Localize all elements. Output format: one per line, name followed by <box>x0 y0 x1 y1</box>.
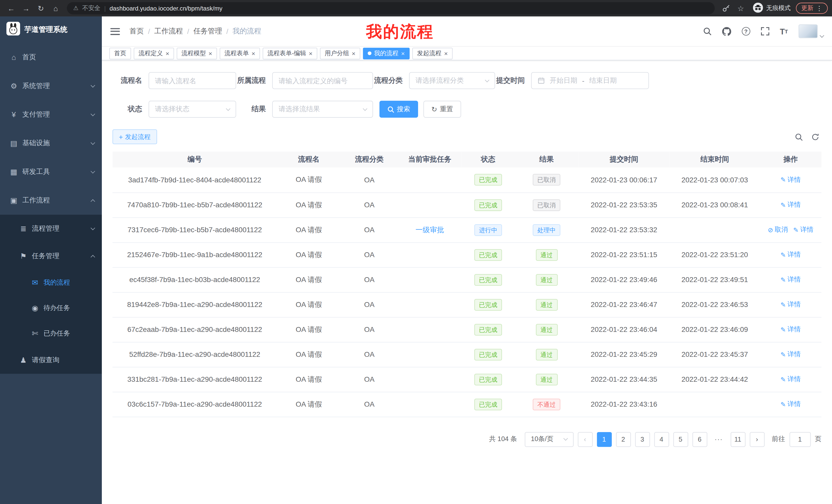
toolbar-icons <box>795 133 822 141</box>
edit-icon: ✎ <box>781 276 786 283</box>
filter-label-submit-time: 提交时间 <box>495 76 531 85</box>
sidebar-item-label: 首页 <box>22 52 36 62</box>
cancel-link[interactable]: ⊘取消 <box>768 225 788 234</box>
sidebar-item[interactable]: ◉待办任务 <box>0 296 102 321</box>
detail-link[interactable]: ✎详情 <box>781 250 801 259</box>
breadcrumb-item[interactable]: 首页 <box>130 26 144 36</box>
process-definition-input[interactable] <box>272 72 373 89</box>
help-icon[interactable]: ? <box>742 27 750 35</box>
sidebar-item[interactable]: ▦研发工具 <box>0 158 102 186</box>
cell-status: 已完成 <box>462 192 515 217</box>
sidebar-item[interactable]: ≣流程管理 <box>0 215 102 242</box>
create-process-button[interactable]: + 发起流程 <box>113 130 157 144</box>
result-select[interactable]: 请选择流结果 <box>272 101 373 118</box>
goto-page-input[interactable] <box>789 432 811 447</box>
page-button[interactable]: 6 <box>692 432 707 447</box>
task-link[interactable]: 一级审批 <box>415 226 444 233</box>
edit-icon: ✎ <box>793 226 799 233</box>
detail-link[interactable]: ✎详情 <box>781 175 801 185</box>
reload-icon[interactable]: ↻ <box>34 1 48 15</box>
breadcrumb-item[interactable]: 工作流程 <box>154 26 183 36</box>
table-row: 2152467e-7b9b-11ec-9a1b-acde48001122OA 请… <box>113 242 822 267</box>
update-button[interactable]: 更新 ⋮ <box>796 3 828 13</box>
page-size-select[interactable]: 10条/页 <box>524 432 573 447</box>
sidebar-item-label: 基础设施 <box>22 138 50 148</box>
detail-link[interactable]: ✎详情 <box>781 400 801 409</box>
page-button[interactable]: 1 <box>597 432 612 447</box>
prev-page-button[interactable]: ‹ <box>577 432 592 447</box>
hamburger-icon[interactable] <box>110 28 120 35</box>
tab[interactable]: 我的流程× <box>363 48 410 59</box>
search-button[interactable]: 搜索 <box>380 101 418 118</box>
next-page-button[interactable]: › <box>750 432 764 447</box>
forward-icon[interactable]: → <box>19 1 33 15</box>
sidebar-item[interactable]: ▣工作流程 <box>0 186 102 215</box>
cell-end-time: 2022-01-22 23:44:42 <box>670 367 760 392</box>
key-icon[interactable] <box>719 1 733 15</box>
detail-link[interactable]: ✎详情 <box>781 200 801 209</box>
refresh-icon[interactable] <box>811 133 820 141</box>
fullscreen-icon[interactable] <box>761 27 769 35</box>
sidebar-item[interactable]: ⚙系统管理 <box>0 72 102 100</box>
process-icon: ≣ <box>19 224 27 233</box>
cell-category: OA <box>341 192 398 217</box>
close-icon[interactable]: × <box>165 50 169 57</box>
close-icon[interactable]: × <box>444 50 448 57</box>
menu-dots-icon[interactable]: ⋮ <box>816 5 823 12</box>
sidebar-item[interactable]: ♟请假查询 <box>0 346 102 374</box>
address-bar[interactable]: ⚠ 不安全 | dashboard.yudao.iocoder.cn/bpm/t… <box>67 2 715 14</box>
sidebar-item[interactable]: ⚑任务管理 <box>0 242 102 270</box>
category-select[interactable]: 请选择流程分类 <box>409 72 495 89</box>
github-icon[interactable] <box>722 27 731 36</box>
cell-actions: ✎详情 <box>760 267 821 292</box>
tab[interactable]: 流程表单-编辑× <box>263 48 317 59</box>
dashboard-icon: ⌂ <box>9 53 18 61</box>
status-select[interactable]: 请选择状态 <box>149 101 236 118</box>
reset-button[interactable]: ↻ 重置 <box>423 101 461 118</box>
tab[interactable]: 流程定义× <box>134 48 174 59</box>
tab-label: 流程模型 <box>182 49 206 57</box>
detail-link[interactable]: ✎详情 <box>781 325 801 334</box>
page-button[interactable]: 11 <box>730 432 745 447</box>
breadcrumb-item[interactable]: 任务管理 <box>193 26 222 36</box>
sidebar-item[interactable]: ✄已办任务 <box>0 321 102 346</box>
close-icon[interactable]: × <box>401 50 405 57</box>
cell-submit-time: 2022-01-22 23:53:35 <box>578 192 670 217</box>
page-button[interactable]: 5 <box>673 432 688 447</box>
sidebar-item[interactable]: ✉我的流程 <box>0 270 102 295</box>
process-name-input[interactable] <box>149 72 236 89</box>
font-size-icon[interactable]: TT <box>780 27 788 36</box>
detail-link[interactable]: ✎详情 <box>781 375 801 384</box>
page-button[interactable]: 4 <box>654 432 669 447</box>
detail-link[interactable]: ✎详情 <box>793 225 813 234</box>
tab-label: 首页 <box>114 49 126 57</box>
search-icon[interactable] <box>795 133 803 141</box>
close-icon[interactable]: × <box>352 50 355 57</box>
detail-link[interactable]: ✎详情 <box>781 300 801 309</box>
avatar[interactable] <box>799 24 817 38</box>
close-icon[interactable]: × <box>309 50 312 57</box>
cell-task <box>398 342 462 367</box>
tab[interactable]: 流程模型× <box>177 48 217 59</box>
back-icon[interactable]: ← <box>4 1 18 15</box>
tab[interactable]: 首页 <box>109 48 131 59</box>
sidebar-item[interactable]: ⌂首页 <box>0 43 102 72</box>
detail-link[interactable]: ✎详情 <box>781 275 801 284</box>
user-menu[interactable] <box>799 24 824 38</box>
detail-link[interactable]: ✎详情 <box>781 350 801 359</box>
close-icon[interactable]: × <box>252 50 255 57</box>
sidebar-item[interactable]: ¥支付管理 <box>0 100 102 129</box>
tab[interactable]: 用户分组× <box>320 48 360 59</box>
close-icon[interactable]: × <box>209 50 212 57</box>
tab[interactable]: 流程表单× <box>219 48 260 59</box>
home-icon[interactable]: ⌂ <box>49 1 63 15</box>
date-range-picker[interactable]: 开始日期 - 结束日期 <box>531 72 649 89</box>
sidebar-item[interactable]: ▤基础设施 <box>0 129 102 157</box>
tab[interactable]: 发起流程× <box>412 48 452 59</box>
star-icon[interactable]: ☆ <box>734 1 748 15</box>
cell-status: 已完成 <box>462 342 515 367</box>
page-button[interactable]: 2 <box>616 432 631 447</box>
cell-id: 7470a810-7b9b-11ec-b5b7-acde48001122 <box>113 192 277 217</box>
search-icon[interactable] <box>703 27 711 35</box>
page-button[interactable]: 3 <box>635 432 650 447</box>
